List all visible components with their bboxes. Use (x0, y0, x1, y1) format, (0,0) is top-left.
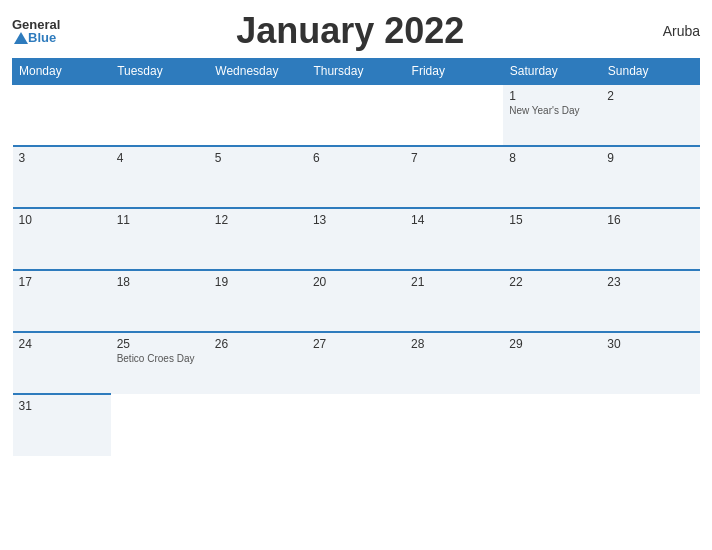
col-monday: Monday (13, 59, 111, 85)
day-cell: 21 (405, 270, 503, 332)
country-label: Aruba (640, 23, 700, 39)
day-number: 22 (509, 275, 595, 289)
day-cell: 4 (111, 146, 209, 208)
day-number: 10 (19, 213, 105, 227)
day-cell: 11 (111, 208, 209, 270)
day-cell: 23 (601, 270, 699, 332)
day-number: 13 (313, 213, 399, 227)
day-cell (405, 394, 503, 456)
days-of-week-row: Monday Tuesday Wednesday Thursday Friday… (13, 59, 700, 85)
col-sunday: Sunday (601, 59, 699, 85)
day-cell: 17 (13, 270, 111, 332)
day-cell: 1New Year's Day (503, 84, 601, 146)
day-number: 24 (19, 337, 105, 351)
day-cell: 28 (405, 332, 503, 394)
day-cell: 29 (503, 332, 601, 394)
day-number: 9 (607, 151, 693, 165)
day-number: 20 (313, 275, 399, 289)
day-cell: 16 (601, 208, 699, 270)
day-cell (13, 84, 111, 146)
day-cell: 12 (209, 208, 307, 270)
day-number: 16 (607, 213, 693, 227)
day-cell (601, 394, 699, 456)
day-cell: 18 (111, 270, 209, 332)
week-row-4: 2425Betico Croes Day2627282930 (13, 332, 700, 394)
week-row-1: 3456789 (13, 146, 700, 208)
day-cell: 3 (13, 146, 111, 208)
day-cell: 14 (405, 208, 503, 270)
day-cell: 7 (405, 146, 503, 208)
week-row-2: 10111213141516 (13, 208, 700, 270)
logo-blue-text: Blue (28, 31, 56, 44)
page-header: General Blue January 2022 Aruba (12, 10, 700, 52)
day-cell (209, 394, 307, 456)
day-number: 23 (607, 275, 693, 289)
col-saturday: Saturday (503, 59, 601, 85)
day-cell: 10 (13, 208, 111, 270)
day-cell: 5 (209, 146, 307, 208)
day-cell: 13 (307, 208, 405, 270)
day-number: 19 (215, 275, 301, 289)
col-friday: Friday (405, 59, 503, 85)
day-cell: 6 (307, 146, 405, 208)
calendar-table: Monday Tuesday Wednesday Thursday Friday… (12, 58, 700, 456)
day-cell: 19 (209, 270, 307, 332)
week-row-5: 31 (13, 394, 700, 456)
day-cell: 8 (503, 146, 601, 208)
day-number: 21 (411, 275, 497, 289)
day-number: 7 (411, 151, 497, 165)
day-cell: 26 (209, 332, 307, 394)
day-cell (307, 84, 405, 146)
logo-triangle-icon (14, 32, 28, 44)
day-cell: 30 (601, 332, 699, 394)
day-cell: 24 (13, 332, 111, 394)
day-number: 27 (313, 337, 399, 351)
day-number: 26 (215, 337, 301, 351)
col-tuesday: Tuesday (111, 59, 209, 85)
day-cell: 20 (307, 270, 405, 332)
week-row-3: 17181920212223 (13, 270, 700, 332)
calendar-header: Monday Tuesday Wednesday Thursday Friday… (13, 59, 700, 85)
day-cell (307, 394, 405, 456)
day-number: 3 (19, 151, 105, 165)
day-cell (503, 394, 601, 456)
day-number: 2 (607, 89, 693, 103)
day-number: 11 (117, 213, 203, 227)
holiday-label: New Year's Day (509, 105, 595, 116)
day-number: 4 (117, 151, 203, 165)
col-wednesday: Wednesday (209, 59, 307, 85)
week-row-0: 1New Year's Day2 (13, 84, 700, 146)
day-cell: 2 (601, 84, 699, 146)
day-number: 30 (607, 337, 693, 351)
day-cell: 22 (503, 270, 601, 332)
calendar-body: 1New Year's Day2345678910111213141516171… (13, 84, 700, 456)
holiday-label: Betico Croes Day (117, 353, 203, 364)
logo: General Blue (12, 18, 60, 44)
day-number: 12 (215, 213, 301, 227)
day-cell (111, 394, 209, 456)
day-cell (209, 84, 307, 146)
day-number: 28 (411, 337, 497, 351)
day-number: 25 (117, 337, 203, 351)
day-number: 5 (215, 151, 301, 165)
day-number: 8 (509, 151, 595, 165)
day-number: 31 (19, 399, 105, 413)
day-cell (111, 84, 209, 146)
day-number: 29 (509, 337, 595, 351)
day-number: 17 (19, 275, 105, 289)
day-number: 1 (509, 89, 595, 103)
day-cell (405, 84, 503, 146)
day-number: 18 (117, 275, 203, 289)
day-number: 6 (313, 151, 399, 165)
day-cell: 9 (601, 146, 699, 208)
day-cell: 27 (307, 332, 405, 394)
col-thursday: Thursday (307, 59, 405, 85)
day-number: 14 (411, 213, 497, 227)
calendar-title: January 2022 (60, 10, 640, 52)
day-number: 15 (509, 213, 595, 227)
day-cell: 25Betico Croes Day (111, 332, 209, 394)
calendar-page: General Blue January 2022 Aruba Monday T… (0, 0, 712, 550)
day-cell: 31 (13, 394, 111, 456)
day-cell: 15 (503, 208, 601, 270)
